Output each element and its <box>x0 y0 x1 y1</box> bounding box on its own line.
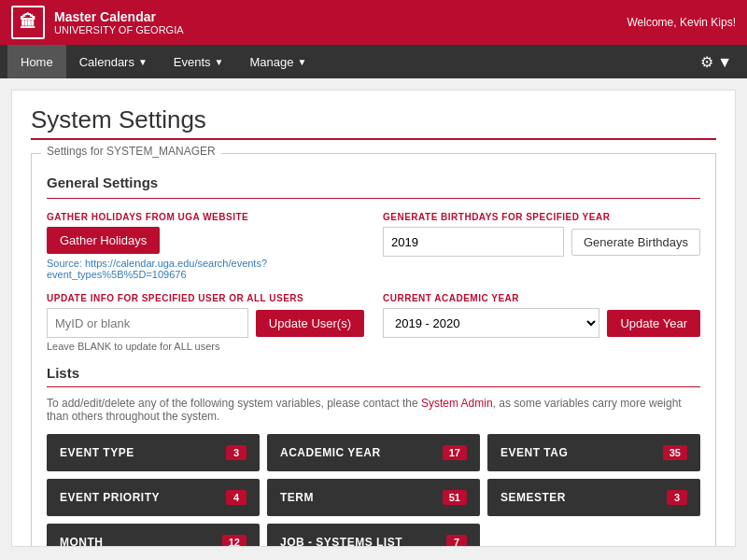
list-item-job-systems[interactable]: JOB - SYSTEMS LIST 7 <box>267 524 480 547</box>
list-item-academic-year[interactable]: ACADEMIC YEAR 17 <box>267 434 480 471</box>
form-row-2: UPDATE INFO FOR SPECIFIED USER OR ALL US… <box>47 293 700 352</box>
list-item-label: EVENT TYPE <box>60 446 134 459</box>
update-year-button[interactable]: Update Year <box>607 310 700 337</box>
system-admin-link[interactable]: System Admin <box>421 397 493 410</box>
academic-year-group: CURRENT ACADEMIC YEAR 2018 - 2019 2019 -… <box>383 293 700 352</box>
list-item-label: SEMESTER <box>500 491 566 504</box>
app-name: Master Calendar <box>54 9 184 24</box>
list-item-semester[interactable]: SEMESTER 3 <box>487 479 700 516</box>
birthdays-year-input[interactable] <box>383 227 564 257</box>
update-user-group: UPDATE INFO FOR SPECIFIED USER OR ALL US… <box>47 293 364 352</box>
top-bar: 🏛 Master Calendar UNIVERSITY OF GEORGIA … <box>0 0 747 45</box>
lists-title: Lists <box>47 365 700 381</box>
list-item-badge: 3 <box>667 490 687 505</box>
title-divider <box>31 138 716 140</box>
generate-birthdays-button[interactable]: Generate Birthdays <box>571 229 700 256</box>
nav-item-home[interactable]: Home <box>7 45 66 78</box>
nav-manage-label: Manage <box>250 55 294 69</box>
events-caret-icon: ▼ <box>215 57 224 67</box>
academic-year-row: 2018 - 2019 2019 - 2020 2020 - 2021 Upda… <box>383 308 700 338</box>
list-item-label: EVENT PRIORITY <box>60 491 160 504</box>
academic-year-label: CURRENT ACADEMIC YEAR <box>383 293 700 303</box>
list-grid-empty <box>487 524 700 547</box>
list-item-badge: 7 <box>446 535 467 547</box>
general-divider <box>47 198 700 199</box>
lists-divider <box>47 386 700 387</box>
update-input-row: Update User(s) <box>47 308 364 338</box>
birthdays-label: GENERATE BIRTHDAYS FOR SPECIFIED YEAR <box>383 212 700 222</box>
list-item-label: EVENT TAG <box>500 446 568 459</box>
form-row-1: GATHER HOLIDAYS FROM UGA WEBSITE Gather … <box>47 212 700 280</box>
main-content: System Settings Settings for SYSTEM_MANA… <box>11 90 736 547</box>
gather-holidays-group: GATHER HOLIDAYS FROM UGA WEBSITE Gather … <box>47 212 364 280</box>
nav-item-manage[interactable]: Manage ▼ <box>237 45 320 78</box>
nav-home-label: Home <box>21 55 53 69</box>
list-item-term[interactable]: TERM 51 <box>267 479 480 516</box>
nav-left: Home Calendars ▼ Events ▼ Manage ▼ <box>7 45 319 78</box>
welcome-message: Welcome, Kevin Kips! <box>627 16 737 29</box>
list-item-label: JOB - SYSTEMS LIST <box>280 536 402 547</box>
lists-section: Lists To add/edit/delete any of the foll… <box>47 365 700 547</box>
lists-description: To add/edit/delete any of the following … <box>47 397 700 423</box>
logo-box: 🏛 <box>11 6 45 39</box>
nav-calendars-label: Calendars <box>79 55 134 69</box>
nav-item-calendars[interactable]: Calendars ▼ <box>66 45 161 78</box>
nav-events-label: Events <box>174 55 211 69</box>
page-title: System Settings <box>31 105 716 134</box>
settings-wrapper: Settings for SYSTEM_MANAGER General Sett… <box>31 153 716 547</box>
list-grid: EVENT TYPE 3 ACADEMIC YEAR 17 EVENT TAG … <box>47 434 700 547</box>
list-item-badge: 51 <box>443 490 467 505</box>
manage-caret-icon: ▼ <box>298 57 307 67</box>
source-text: Source: https://calendar.uga.edu/search/… <box>47 258 364 280</box>
list-item-event-type[interactable]: EVENT TYPE 3 <box>47 434 260 471</box>
nav-bar: Home Calendars ▼ Events ▼ Manage ▼ ⚙ ▼ <box>0 45 747 78</box>
list-item-badge: 3 <box>226 445 247 460</box>
list-item-badge: 17 <box>443 445 467 460</box>
university-name: UNIVERSITY OF GEORGIA <box>54 24 184 35</box>
list-item-event-priority[interactable]: EVENT PRIORITY 4 <box>47 479 260 516</box>
myid-input[interactable] <box>47 308 248 338</box>
lists-desc-prefix: To add/edit/delete any of the following … <box>47 397 421 410</box>
header-title: Master Calendar UNIVERSITY OF GEORGIA <box>54 9 184 35</box>
list-item-badge: 35 <box>663 445 687 460</box>
list-item-label: ACADEMIC YEAR <box>280 446 381 459</box>
gather-holidays-button[interactable]: Gather Holidays <box>47 227 160 254</box>
general-settings-heading: General Settings <box>47 175 700 190</box>
update-label: UPDATE INFO FOR SPECIFIED USER OR ALL US… <box>47 293 364 303</box>
birthdays-group: GENERATE BIRTHDAYS FOR SPECIFIED YEAR Ge… <box>383 212 700 280</box>
gather-label: GATHER HOLIDAYS FROM UGA WEBSITE <box>47 212 364 222</box>
list-item-label: MONTH <box>60 536 104 547</box>
settings-legend: Settings for SYSTEM_MANAGER <box>41 145 221 158</box>
nav-item-events[interactable]: Events ▼ <box>161 45 237 78</box>
list-item-badge: 4 <box>226 490 247 505</box>
birthdays-input-row: Generate Birthdays <box>383 227 700 257</box>
update-user-button[interactable]: Update User(s) <box>256 310 364 337</box>
list-item-event-tag[interactable]: EVENT TAG 35 <box>487 434 700 471</box>
list-item-month[interactable]: MONTH 12 <box>47 524 260 547</box>
settings-gear-icon[interactable]: ⚙ ▼ <box>693 53 740 71</box>
list-item-badge: 12 <box>222 535 247 547</box>
calendars-caret-icon: ▼ <box>138 57 148 67</box>
uga-logo-icon: 🏛 <box>20 13 36 33</box>
branding: 🏛 Master Calendar UNIVERSITY OF GEORGIA <box>11 6 184 39</box>
blank-help-text: Leave BLANK to update for ALL users <box>47 341 364 352</box>
list-item-label: TERM <box>280 491 314 504</box>
academic-year-select[interactable]: 2018 - 2019 2019 - 2020 2020 - 2021 <box>383 308 599 338</box>
